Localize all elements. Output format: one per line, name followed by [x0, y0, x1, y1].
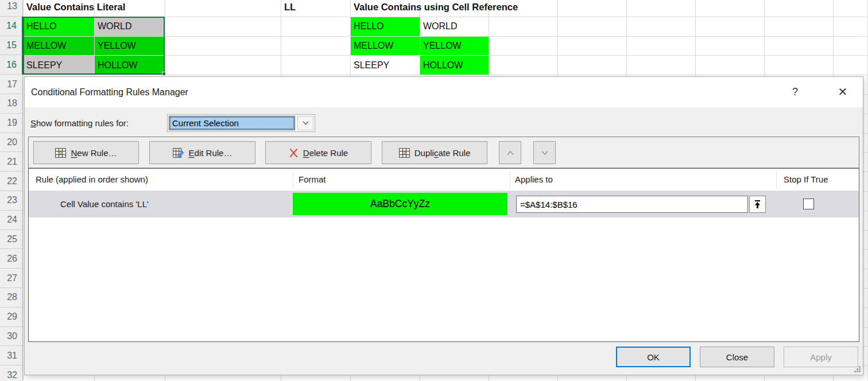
ok-button[interactable]: OK — [616, 347, 691, 367]
row-header-27[interactable]: 27 — [0, 269, 23, 288]
header-divider — [510, 170, 510, 189]
column-header-rule: Rule (applied in order shown) — [36, 169, 148, 190]
row-header-19[interactable]: 19 — [0, 114, 23, 133]
row-header-17[interactable]: 17 — [0, 75, 23, 94]
resize-grip[interactable] — [852, 364, 861, 373]
grid-cell-D13[interactable]: LL — [281, 0, 350, 17]
rules-list: Rule (applied in order shown) Format App… — [28, 168, 859, 342]
scope-dropdown-value[interactable]: Current Selection — [169, 116, 295, 130]
grid-cell-B15[interactable]: YELLOW — [95, 37, 165, 56]
duplicate-rule-icon — [399, 148, 410, 158]
row-header-30[interactable]: 30 — [0, 327, 23, 347]
row-header-32[interactable]: 32 — [0, 366, 23, 381]
rules-toolbar: New Rule… Edit Rule… Delete Rule Duplica… — [28, 137, 859, 168]
grid-cell-A15[interactable]: MELLOW — [24, 37, 94, 56]
close-icon[interactable]: ✕ — [831, 77, 855, 107]
grid-cell-F16[interactable]: HOLLOW — [420, 56, 489, 75]
duplicate-rule-button[interactable]: Duplicate Rule — [382, 141, 487, 164]
dialog-title: Conditional Formatting Rules Manager — [31, 77, 188, 107]
chevron-up-icon — [506, 150, 514, 155]
row-header-18[interactable]: 18 — [0, 94, 23, 114]
chevron-down-icon — [541, 150, 549, 155]
grid-cell-A14[interactable]: HELLO — [24, 17, 94, 36]
grid-cell-F15[interactable]: YELLOW — [420, 37, 489, 56]
row-header-31[interactable]: 31 — [0, 346, 23, 366]
row-header-13[interactable]: 13 — [0, 0, 23, 17]
row-header-29[interactable]: 29 — [0, 308, 23, 327]
header-divider — [293, 170, 293, 189]
column-header-stop-if-true: Stop If True — [784, 169, 828, 190]
row-header-26[interactable]: 26 — [0, 249, 23, 269]
row-header-14[interactable]: 14 — [0, 17, 23, 36]
row-header-23[interactable]: 23 — [0, 191, 23, 211]
grid-cell-E13[interactable]: Value Contains using Cell Reference — [351, 0, 420, 17]
row-header-21[interactable]: 21 — [0, 152, 23, 172]
row-header-15[interactable]: 15 — [0, 36, 23, 56]
scope-dropdown[interactable]: Current Selection — [167, 114, 315, 132]
dialog-titlebar[interactable]: Conditional Formatting Rules Manager ? ✕ — [25, 77, 863, 107]
chevron-down-icon — [303, 121, 309, 125]
grid-cell-B14[interactable]: WORLD — [95, 17, 165, 36]
edit-rule-icon — [173, 148, 184, 158]
move-rule-down-button[interactable] — [533, 141, 556, 164]
close-button[interactable]: Close — [700, 347, 774, 367]
grid-cell-E15[interactable]: MELLOW — [351, 37, 420, 56]
grid-cell-E14[interactable]: HELLO — [351, 17, 420, 36]
dropdown-arrow-button[interactable] — [297, 116, 313, 130]
grid-cell-B16[interactable]: HOLLOW — [95, 56, 165, 75]
edit-rule-button[interactable]: Edit Rule… — [149, 141, 255, 164]
row-header-28[interactable]: 28 — [0, 288, 23, 308]
new-rule-icon — [55, 148, 66, 158]
stop-if-true-checkbox[interactable] — [803, 199, 814, 209]
grid-cell-A13[interactable]: Value Contains Literal — [24, 0, 94, 17]
header-divider — [776, 170, 777, 189]
format-preview: AaBbCcYyZz — [293, 193, 507, 215]
gridline — [23, 75, 868, 75]
rule-description: Cell Value contains 'LL' — [60, 191, 149, 217]
row-header-22[interactable]: 22 — [0, 172, 23, 191]
new-rule-button[interactable]: New Rule… — [33, 141, 139, 164]
rule-row[interactable]: Cell Value contains 'LL' AaBbCcYyZz — [29, 191, 859, 217]
delete-rule-icon — [289, 148, 299, 158]
excel-window: 1314151617181920212223242526272829303132… — [0, 0, 868, 381]
cf-rules-manager-dialog: Conditional Formatting Rules Manager ? ✕… — [24, 76, 863, 375]
column-header-applies-to: Applies to — [515, 169, 553, 190]
collapse-range-button[interactable] — [749, 196, 766, 213]
show-rules-label: Show formatting rules for: — [30, 115, 129, 132]
row-header-24[interactable]: 24 — [0, 211, 23, 230]
row-header-25[interactable]: 25 — [0, 230, 23, 250]
grid-cell-E16[interactable]: SLEEPY — [351, 56, 420, 75]
range-select-icon — [754, 200, 761, 209]
grid-cell-A16[interactable]: SLEEPY — [24, 56, 94, 75]
delete-rule-button[interactable]: Delete Rule — [265, 141, 371, 164]
grid-cell-F14[interactable]: WORLD — [420, 17, 489, 36]
move-rule-up-button[interactable] — [499, 141, 521, 164]
row-header-16[interactable]: 16 — [0, 55, 23, 75]
row-header-20[interactable]: 20 — [0, 133, 23, 153]
apply-button[interactable]: Apply — [784, 347, 858, 367]
help-icon[interactable]: ? — [786, 77, 804, 107]
column-header-format: Format — [299, 169, 326, 190]
applies-to-input[interactable] — [516, 196, 748, 213]
fill-handle[interactable] — [162, 72, 166, 76]
